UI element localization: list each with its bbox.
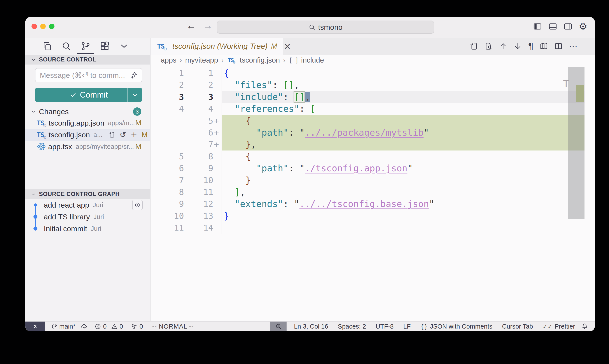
code-line-content[interactable]: } bbox=[221, 210, 584, 222]
additional-views-chevron-icon[interactable] bbox=[119, 41, 129, 51]
react-file-icon bbox=[37, 142, 46, 151]
code-line-content[interactable]: "path": "./tsconfig.app.json" bbox=[221, 162, 584, 174]
status-item[interactable]: Cursor Tab bbox=[502, 323, 533, 330]
block-cursor: , bbox=[305, 92, 310, 102]
source-control-graph-header[interactable]: SOURCE CONTROL GRAPH bbox=[25, 189, 150, 199]
discard-changes-icon[interactable]: ↺ bbox=[120, 131, 126, 138]
commit-row[interactable]: add react appJuri bbox=[25, 199, 150, 211]
back-button[interactable]: ← bbox=[186, 20, 196, 31]
remote-indicator[interactable] bbox=[25, 322, 45, 331]
extensions-icon[interactable] bbox=[100, 41, 110, 51]
commit-button[interactable]: Commit bbox=[35, 88, 142, 102]
stage-changes-plus-icon[interactable]: + bbox=[130, 131, 137, 138]
commit-row[interactable]: Initial commitJuri bbox=[25, 223, 150, 234]
breadcrumb-item[interactable]: myviteapp bbox=[185, 56, 218, 64]
breadcrumb-item[interactable]: include bbox=[301, 56, 324, 64]
forward-button[interactable]: → bbox=[203, 20, 213, 31]
status-item[interactable]: Spaces: 2 bbox=[338, 323, 366, 330]
added-line-marker bbox=[213, 174, 221, 186]
chevron-down-icon bbox=[132, 92, 138, 98]
code-line-content[interactable]: }, bbox=[221, 139, 584, 150]
open-changes-icon[interactable] bbox=[469, 42, 478, 51]
breadcrumb-item[interactable]: tsconfig.json bbox=[240, 56, 280, 64]
changes-section-header[interactable]: Changes 3 bbox=[25, 106, 150, 117]
status-item[interactable]: LF bbox=[403, 323, 411, 330]
notifications-bell-icon[interactable] bbox=[581, 323, 588, 330]
split-editor-icon[interactable] bbox=[554, 42, 563, 51]
old-line-number: 3 bbox=[151, 91, 184, 103]
code-editor[interactable]: 11{22 "files": [],33 "include": [],44 "r… bbox=[151, 66, 595, 321]
changes-file-row[interactable]: TS⚙tsconfig.app.jsonapps/m...M bbox=[25, 117, 150, 129]
code-token: { bbox=[224, 68, 229, 78]
commit-message-input[interactable]: Message (⌘⏎ to comm... bbox=[35, 68, 142, 82]
code-token: : bbox=[272, 80, 283, 90]
code-line-content[interactable]: { bbox=[221, 67, 584, 79]
code-line-content[interactable]: ], bbox=[221, 186, 584, 198]
ports-indicator[interactable]: 0 bbox=[131, 323, 143, 330]
toggle-sidebar-left-icon[interactable] bbox=[533, 22, 542, 31]
map-outline-icon[interactable] bbox=[539, 42, 548, 51]
code-line-content[interactable]: } bbox=[221, 174, 584, 186]
code-line-content[interactable] bbox=[221, 222, 584, 234]
toggle-panel-icon[interactable] bbox=[548, 22, 557, 31]
layout-controls: ⚙ bbox=[533, 22, 587, 31]
next-change-arrow-down-icon[interactable] bbox=[513, 42, 522, 51]
changes-file-row[interactable]: TS⚙tsconfig.jsona...↺+M bbox=[25, 129, 150, 141]
settings-gear-icon[interactable]: ⚙ bbox=[579, 22, 587, 31]
branch-name: main* bbox=[59, 323, 76, 330]
problems-indicator[interactable]: 0 0 bbox=[94, 323, 123, 330]
close-window-button[interactable] bbox=[31, 24, 37, 29]
breadcrumb-separator: › bbox=[283, 56, 285, 64]
old-line-number bbox=[151, 115, 184, 127]
zoom-window-button[interactable] bbox=[49, 24, 54, 29]
commit-dropdown[interactable] bbox=[127, 88, 142, 102]
changes-file-row[interactable]: app.tsxapps/myviteapp/sr...M bbox=[25, 141, 150, 153]
more-actions-ellipsis-icon[interactable]: ⋯ bbox=[569, 41, 578, 51]
added-line-marker bbox=[213, 79, 221, 91]
status-item[interactable]: {}JSON with Comments bbox=[420, 323, 492, 330]
toggle-sidebar-right-icon[interactable] bbox=[563, 22, 573, 31]
code-line: 7+ }, bbox=[151, 139, 584, 150]
branch-indicator[interactable]: main* bbox=[51, 323, 76, 330]
status-item-label: Cursor Tab bbox=[502, 323, 533, 330]
code-line-content[interactable]: "references": [ bbox=[221, 103, 584, 115]
commit-message-placeholder: Message (⌘⏎ to comm... bbox=[40, 71, 130, 80]
sync-changes[interactable] bbox=[81, 323, 88, 330]
sparkle-ai-icon[interactable] bbox=[130, 71, 138, 79]
command-center-search[interactable]: tsmono bbox=[217, 21, 434, 34]
source-control-icon[interactable] bbox=[80, 41, 91, 51]
tab-tsconfig-working-tree[interactable]: TS⚙ tsconfig.json (Working Tree) M × bbox=[151, 38, 283, 55]
code-line-content[interactable]: "files": [], bbox=[221, 79, 584, 91]
vim-mode-indicator[interactable]: -- NORMAL -- bbox=[152, 323, 194, 330]
collapse-chevron-icon bbox=[31, 57, 36, 63]
status-item[interactable]: ✓✓Prettier bbox=[543, 323, 575, 330]
code-line-content[interactable]: "include": [], bbox=[221, 91, 584, 103]
search-view-icon[interactable] bbox=[61, 41, 71, 51]
stray-text: T bbox=[563, 78, 569, 90]
title-bar: ← → tsmono ⚙ bbox=[25, 17, 595, 38]
collapse-chevron-icon bbox=[31, 191, 36, 197]
code-line-content[interactable]: "path": "../../packages/mytslib" bbox=[221, 127, 584, 139]
zoom-indicator[interactable] bbox=[270, 322, 286, 331]
new-line-number: 4 bbox=[184, 103, 213, 115]
open-preview-diff-icon[interactable] bbox=[484, 42, 493, 51]
status-item[interactable]: Ln 3, Col 16 bbox=[294, 323, 328, 330]
open-file-icon[interactable] bbox=[108, 131, 115, 138]
new-line-number: 8 bbox=[184, 151, 213, 162]
main-area: SOURCE CONTROL Message (⌘⏎ to comm... Co… bbox=[25, 38, 595, 321]
minimize-window-button[interactable] bbox=[40, 24, 46, 29]
status-item-icon: {} bbox=[420, 323, 428, 330]
checkout-target-button[interactable] bbox=[132, 200, 143, 210]
commit-row[interactable]: add TS libraryJuri bbox=[25, 211, 150, 223]
code-line-content[interactable]: { bbox=[221, 115, 584, 127]
warning-count: 0 bbox=[119, 323, 123, 330]
explorer-icon[interactable] bbox=[42, 41, 52, 51]
toggle-whitespace-pilcrow-icon[interactable]: ¶ bbox=[528, 41, 533, 51]
close-tab-icon[interactable]: × bbox=[284, 41, 291, 51]
code-line-content[interactable]: "extends": "../../tsconfig.base.json" bbox=[221, 198, 584, 210]
source-control-header[interactable]: SOURCE CONTROL bbox=[25, 55, 150, 65]
breadcrumb-item[interactable]: apps bbox=[161, 56, 177, 64]
previous-change-arrow-up-icon[interactable] bbox=[499, 42, 507, 51]
code-line-content[interactable]: { bbox=[221, 151, 584, 162]
status-item[interactable]: UTF-8 bbox=[376, 323, 393, 330]
